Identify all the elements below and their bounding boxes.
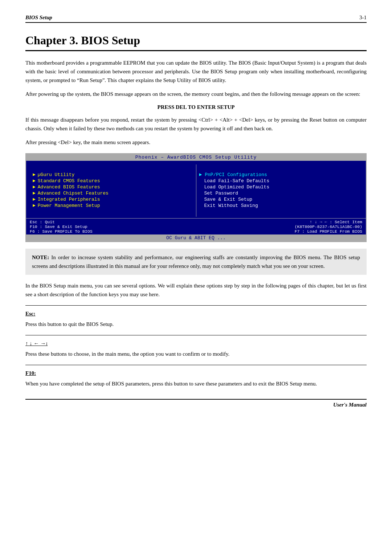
bios-item-exit-nosave: Exit Without Saving (199, 203, 360, 208)
arrow-icon: ► (33, 184, 36, 190)
esc-divider (25, 305, 367, 306)
bios-item-integrated: ► Integrated Peripherals (33, 197, 193, 202)
f10-desc: When you have completed the setup of BIO… (25, 379, 367, 388)
f10-label: F10: (25, 370, 367, 376)
arrow-icon: ► (33, 203, 36, 208)
bios-title-bar: Phoenix – AwardBIOS CMOS Setup Utility (26, 154, 366, 161)
arrow-icon: ► (33, 191, 36, 196)
arrows-desc: Press these buttons to choose, in the ma… (25, 350, 367, 358)
bios-footer-left: Esc : Quit F10 : Save & Exit Setup F6 : … (30, 220, 93, 234)
arrow-icon: ► (33, 197, 36, 202)
bios-left-col: ► µGuru Utility ► Standard CMOS Features… (30, 164, 196, 217)
bios-screen: Phoenix – AwardBIOS CMOS Setup Utility ►… (25, 153, 367, 242)
page-footer: User's Manual (25, 399, 367, 408)
note-text: In order to increase system stability an… (32, 254, 360, 269)
bios-right-col: ► PnP/PCI Configurations Load Fail-Safe … (196, 164, 363, 217)
press-del-heading: PRESS DEL TO ENTER SETUP (25, 104, 367, 110)
bios-item-failsafe: Load Fail-Safe Defaults (199, 178, 360, 184)
f10-divider (25, 365, 367, 365)
bios-footer: Esc : Quit F10 : Save & Exit Setup F6 : … (26, 218, 366, 234)
esc-desc: Press this button to quit the BIOS Setup… (25, 320, 367, 328)
bios-item-advanced-chipset: ► Advanced Chipset Features (33, 191, 193, 196)
chapter-title: Chapter 3. BIOS Setup (25, 34, 367, 51)
bios-footer-right: ↑ ↓ → ← : Select Item (K8T800P-8237-6A7L… (295, 220, 362, 234)
page-header: BIOS Setup 3-1 (25, 15, 367, 23)
after-del-para: After pressing <Del> key, the main menu … (25, 138, 367, 147)
main-menu-para: In the BIOS Setup main menu, you can see… (25, 281, 367, 299)
bios-item-uguru: ► µGuru Utility (33, 172, 193, 177)
arrows-label: ↑ ↓ ← →: (25, 340, 367, 347)
arrow-icon: ► (33, 172, 36, 177)
esc-label: Esc: (25, 311, 367, 317)
bios-item-advanced-bios: ► Advanced BIOS Features (33, 184, 193, 190)
arrow-icon: ► (199, 172, 202, 177)
arrows-divider (25, 335, 367, 335)
bios-item-password: Set Password (199, 191, 360, 196)
bios-item-optimized: Load Optimized Defaults (199, 184, 360, 190)
bios-oc-bar: OC Guru & ABIT EQ ... (26, 234, 366, 241)
header-title: BIOS Setup (25, 15, 52, 21)
bios-item-pnp: ► PnP/PCI Configurations (199, 172, 360, 177)
header-page: 3-1 (359, 15, 367, 21)
footer-manual: User's Manual (333, 402, 367, 408)
arrow-icon: ► (33, 178, 36, 184)
bios-item-save-exit: Save & Exit Setup (199, 197, 360, 202)
press-del-para: If this message disappears before you re… (25, 115, 367, 133)
intro-para-2: After powering up the system, the BIOS m… (25, 90, 367, 98)
note-label: NOTE: (32, 254, 51, 260)
bios-item-standard: ► Standard CMOS Features (33, 178, 193, 184)
bios-item-power: ► Power Management Setup (33, 203, 193, 208)
intro-para-1: This motherboard provides a programmable… (25, 58, 367, 85)
note-box: NOTE: In order to increase system stabil… (25, 249, 367, 275)
